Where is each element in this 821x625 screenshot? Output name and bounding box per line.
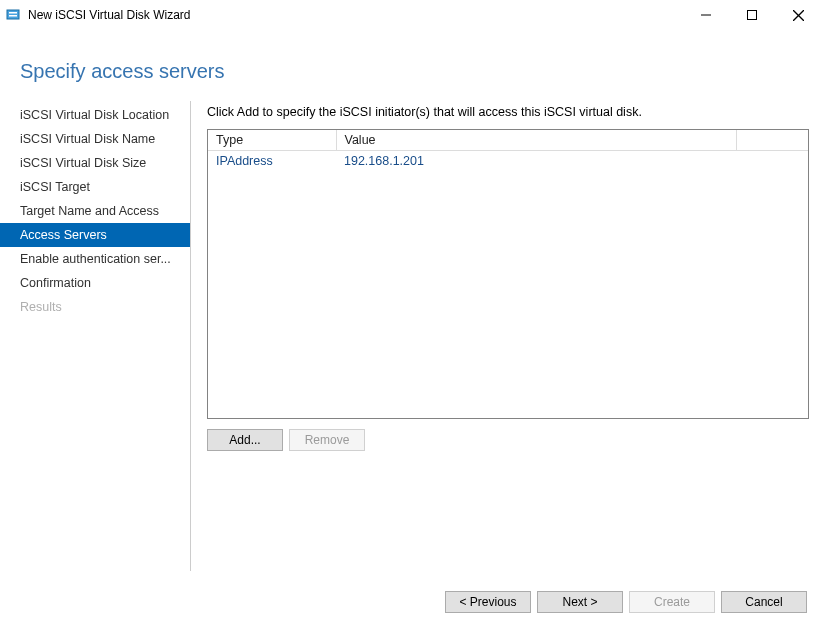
svg-rect-4	[748, 11, 757, 20]
remove-button: Remove	[289, 429, 365, 451]
wizard-steps-sidebar: iSCSI Virtual Disk Location iSCSI Virtua…	[0, 101, 191, 571]
cell-value: 192.168.1.201	[336, 151, 736, 172]
sidebar-item-disk-name[interactable]: iSCSI Virtual Disk Name	[0, 127, 190, 151]
create-button: Create	[629, 591, 715, 613]
cancel-button[interactable]: Cancel	[721, 591, 807, 613]
maximize-button[interactable]	[729, 0, 775, 30]
sidebar-item-iscsi-target[interactable]: iSCSI Target	[0, 175, 190, 199]
column-header-type[interactable]: Type	[208, 130, 336, 151]
sidebar-item-target-name[interactable]: Target Name and Access	[0, 199, 190, 223]
sidebar-item-results: Results	[0, 295, 190, 319]
add-button[interactable]: Add...	[207, 429, 283, 451]
sidebar-item-disk-location[interactable]: iSCSI Virtual Disk Location	[0, 103, 190, 127]
app-icon	[6, 7, 22, 23]
svg-rect-2	[9, 15, 17, 17]
wizard-footer: < Previous Next > Create Cancel	[445, 591, 807, 613]
titlebar: New iSCSI Virtual Disk Wizard	[0, 0, 821, 30]
cell-type: IPAddress	[208, 151, 336, 172]
close-button[interactable]	[775, 0, 821, 30]
column-header-blank	[736, 130, 808, 151]
main-panel: Click Add to specify the iSCSI initiator…	[191, 101, 821, 571]
sidebar-item-disk-size[interactable]: iSCSI Virtual Disk Size	[0, 151, 190, 175]
page-title: Specify access servers	[0, 30, 821, 101]
minimize-button[interactable]	[683, 0, 729, 30]
column-header-value[interactable]: Value	[336, 130, 736, 151]
next-button[interactable]: Next >	[537, 591, 623, 613]
initiators-table: Type Value IPAddress 192.168.1.201	[208, 130, 808, 171]
initiators-table-wrap: Type Value IPAddress 192.168.1.201	[207, 129, 809, 419]
svg-rect-0	[7, 10, 19, 19]
svg-rect-1	[9, 12, 17, 14]
previous-button[interactable]: < Previous	[445, 591, 531, 613]
instruction-text: Click Add to specify the iSCSI initiator…	[207, 105, 809, 119]
content-area: iSCSI Virtual Disk Location iSCSI Virtua…	[0, 101, 821, 571]
sidebar-item-confirmation[interactable]: Confirmation	[0, 271, 190, 295]
sidebar-item-access-servers[interactable]: Access Servers	[0, 223, 190, 247]
table-row[interactable]: IPAddress 192.168.1.201	[208, 151, 808, 172]
sidebar-item-enable-auth[interactable]: Enable authentication ser...	[0, 247, 190, 271]
window-title: New iSCSI Virtual Disk Wizard	[28, 8, 190, 22]
